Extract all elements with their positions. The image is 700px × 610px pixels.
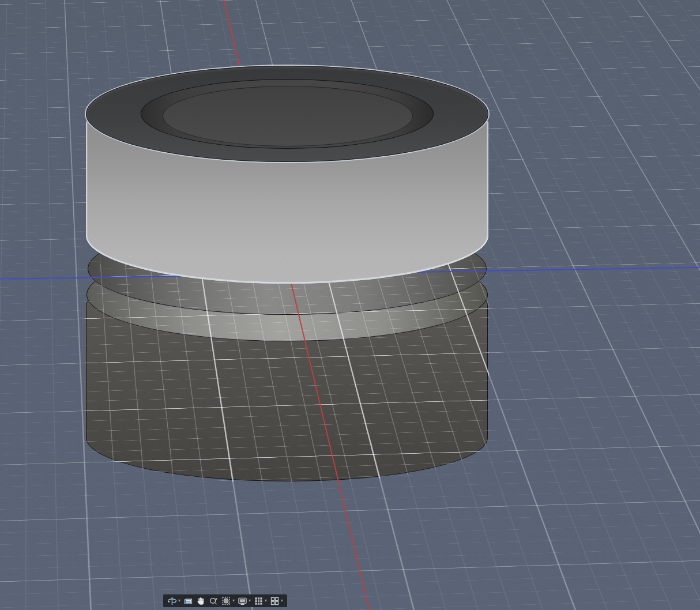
bowl-bottom-face[interactable]	[163, 86, 413, 146]
zoom-button[interactable]	[209, 594, 219, 607]
orbit-button[interactable]: ▾	[167, 594, 180, 607]
pan-button[interactable]	[196, 594, 206, 607]
orbit-icon	[167, 596, 177, 606]
chevron-down-icon[interactable]: ▾	[249, 594, 251, 607]
display-settings-icon	[238, 596, 247, 606]
chevron-down-icon[interactable]: ▾	[232, 594, 235, 607]
display-settings-button[interactable]: ▾	[238, 594, 251, 607]
look-at-icon	[183, 596, 193, 606]
look-at-button[interactable]	[183, 594, 193, 607]
3d-viewport[interactable]: ▾	[0, 0, 700, 610]
chevron-down-icon[interactable]: ▾	[281, 594, 283, 607]
zoom-magnifier-icon	[209, 596, 219, 606]
chevron-down-icon[interactable]: ▾	[178, 594, 180, 607]
pan-hand-icon	[196, 596, 206, 606]
grid-icon	[254, 596, 264, 606]
fit-button[interactable]: ▾	[221, 594, 235, 607]
viewports-button[interactable]: ▾	[270, 594, 283, 607]
fit-icon	[221, 596, 231, 606]
chevron-down-icon[interactable]: ▾	[265, 594, 267, 607]
navigation-toolbar: ▾	[163, 594, 287, 607]
grid-and-snaps-button[interactable]: ▾	[254, 594, 267, 607]
viewports-icon	[270, 596, 280, 606]
